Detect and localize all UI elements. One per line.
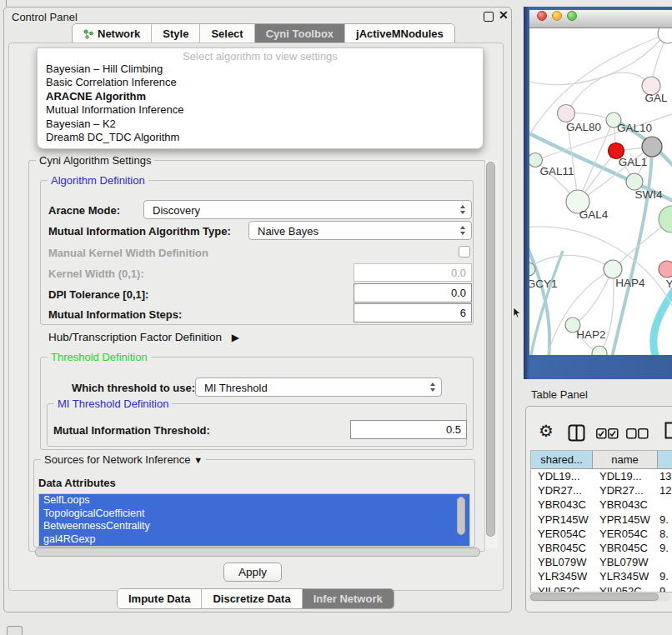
network-node[interactable] xyxy=(558,105,575,122)
aracne-mode-value: Discovery xyxy=(153,204,200,217)
tab-discretize-data[interactable]: Discretize Data xyxy=(201,589,301,608)
close-icon[interactable]: ✕ xyxy=(499,8,509,22)
attribute-item[interactable]: gal4RGexp xyxy=(39,533,469,547)
node-attribute-table[interactable]: shared...name YDL19...YDL19...13YDR27...… xyxy=(530,450,672,592)
network-node[interactable] xyxy=(659,261,672,278)
table-cell: YBR045C xyxy=(593,541,658,555)
dpi-tolerance-input[interactable] xyxy=(354,283,472,302)
table-row[interactable]: YBL079WYBL079W xyxy=(531,555,672,569)
tab-network[interactable]: Network xyxy=(73,24,151,43)
table-row[interactable]: YIL052CYIL052C9 xyxy=(531,584,672,593)
aracne-mode-label: Aracne Mode: xyxy=(48,204,120,217)
network-canvas[interactable]: GALGAL80GAL10GAL11GAL1SWI4GAL4GCY1HAP4YH… xyxy=(529,28,672,355)
stepper-icon xyxy=(460,226,465,235)
tab-style[interactable]: Style xyxy=(151,24,199,43)
table-cell: YDL19... xyxy=(593,469,658,483)
network-node[interactable] xyxy=(642,137,662,157)
collapse-down-icon[interactable]: ▼ xyxy=(193,455,203,465)
table-cell: 9. xyxy=(658,512,672,527)
table-cell: 13 xyxy=(658,469,672,483)
algorithm-popup-list: Bayesian – Hill ClimbingBasic Correlatio… xyxy=(46,62,474,144)
mi-threshold-input[interactable] xyxy=(350,420,467,439)
network-node[interactable] xyxy=(658,28,672,43)
document-icon[interactable] xyxy=(664,422,672,442)
apply-button[interactable]: Apply xyxy=(223,562,282,582)
settings-horizontal-scrollbar[interactable] xyxy=(35,548,480,557)
algorithm-option[interactable]: Bayesian – Hill Climbing xyxy=(46,62,474,76)
network-node[interactable] xyxy=(592,346,607,355)
algorithm-option[interactable]: Basic Correlation Inference xyxy=(46,76,474,89)
aracne-mode-combobox[interactable]: Discovery xyxy=(143,200,472,219)
mi-algorithm-type-combobox[interactable]: Naive Bayes xyxy=(248,221,472,240)
data-attributes-list[interactable]: SelfLoopsTopologicalCoefficientBetweenne… xyxy=(38,493,470,547)
minimize-traffic-light-icon[interactable] xyxy=(552,11,562,21)
hub-definition-label: Hub/Transcription Factor Definition xyxy=(48,331,222,343)
table-row[interactable]: YER054CYER054C8. xyxy=(531,527,672,541)
tab-impute-data[interactable]: Impute Data xyxy=(118,589,201,608)
kernel-width-input[interactable] xyxy=(354,263,472,282)
mi-steps-input[interactable] xyxy=(354,303,472,322)
network-node[interactable] xyxy=(659,206,672,232)
tab-select[interactable]: Select xyxy=(199,24,253,43)
table-row[interactable]: YBR045CYBR045C9. xyxy=(531,541,672,555)
column-header[interactable]: shared... xyxy=(531,451,593,469)
which-threshold-value: MI Threshold xyxy=(204,382,268,394)
network-view-window: GALGAL80GAL10GAL11GAL1SWI4GAL4GCY1HAP4YH… xyxy=(524,7,672,379)
table-row[interactable]: YBR043CYBR043C xyxy=(531,498,672,512)
float-window-icon[interactable] xyxy=(484,12,494,22)
partial-window-icon xyxy=(7,626,23,635)
network-node-label: GAL4 xyxy=(579,208,609,221)
expand-right-icon: ▶ xyxy=(232,332,239,343)
column-header[interactable] xyxy=(658,451,672,469)
algorithm-option[interactable]: Dream8 DC_TDC Algorithm xyxy=(46,131,474,144)
manual-kernel-width-checkbox[interactable] xyxy=(459,246,470,258)
network-node-label: GAL10 xyxy=(617,122,652,134)
table-cell: YLR345W xyxy=(593,569,658,583)
attribute-list-scrollbar[interactable] xyxy=(457,497,465,535)
algorithm-option[interactable]: Mutual Information Inference xyxy=(46,103,474,117)
tab-label: Style xyxy=(163,28,188,40)
network-window-titlebar[interactable] xyxy=(529,10,672,28)
attribute-item[interactable]: SelfLoops xyxy=(39,494,469,508)
cyni-bottom-tabs: Impute DataDiscretize DataInfer Network xyxy=(117,588,394,609)
table-cell: YBL079W xyxy=(593,555,658,569)
network-icon xyxy=(83,29,93,39)
table-cell: YER054C xyxy=(531,527,593,541)
tab-label: jActiveMNodules xyxy=(356,28,444,40)
table-row[interactable]: YLR345WYLR345W9. xyxy=(531,569,672,583)
network-node[interactable] xyxy=(604,260,622,278)
tab-cyni-toolbox[interactable]: Cyni Toolbox xyxy=(254,24,344,43)
data-attributes-label: Data Attributes xyxy=(38,477,116,489)
table-row[interactable]: YDR27...YDR27...12 xyxy=(531,483,672,498)
table-row[interactable]: YDL19...YDL19...13 xyxy=(531,469,672,483)
zoom-traffic-light-icon[interactable] xyxy=(567,11,577,21)
algorithm-option[interactable]: Bayesian – K2 xyxy=(46,118,474,131)
control-tabs: NetworkStyleSelectCyni ToolboxjActiveMNo… xyxy=(72,23,455,44)
table-row[interactable]: YPR145WYPR145W9. xyxy=(531,512,672,527)
gear-icon[interactable]: ⚙ xyxy=(539,421,554,441)
select-all-checkboxes-icon[interactable] xyxy=(596,428,619,442)
table-horizontal-scrollbar-thumb[interactable] xyxy=(530,593,659,601)
sources-legend: Sources for Network Inference ▼ xyxy=(41,453,206,466)
table-cell: YBL079W xyxy=(531,555,593,569)
tab-jactivemnodules[interactable]: jActiveMNodules xyxy=(344,24,454,43)
network-node-label: GAL xyxy=(644,92,668,104)
deselect-all-checkboxes-icon[interactable] xyxy=(626,428,649,442)
network-node-label: GAL80 xyxy=(566,121,601,133)
which-threshold-combobox[interactable]: MI Threshold xyxy=(195,378,442,397)
split-columns-icon[interactable] xyxy=(568,424,585,445)
column-header[interactable]: name xyxy=(593,451,658,469)
close-traffic-light-icon[interactable] xyxy=(537,11,547,21)
tab-infer-network[interactable]: Infer Network xyxy=(302,589,394,608)
table-cell: YDL19... xyxy=(531,469,593,483)
attribute-item[interactable]: TopologicalCoefficient xyxy=(39,508,469,521)
stepper-icon xyxy=(460,205,465,214)
tab-label: Impute Data xyxy=(128,592,190,605)
table-cell xyxy=(658,555,672,569)
hub-definition-toggle[interactable]: Hub/Transcription Factor Definition ▶ xyxy=(48,331,239,343)
settings-scrollbar-thumb[interactable] xyxy=(486,162,495,537)
network-node-label: Y xyxy=(665,278,672,290)
attribute-item[interactable]: BetweennessCentrality xyxy=(39,520,469,533)
algorithm-option[interactable]: ARACNE Algorithm xyxy=(46,90,474,103)
network-node[interactable] xyxy=(626,173,643,190)
